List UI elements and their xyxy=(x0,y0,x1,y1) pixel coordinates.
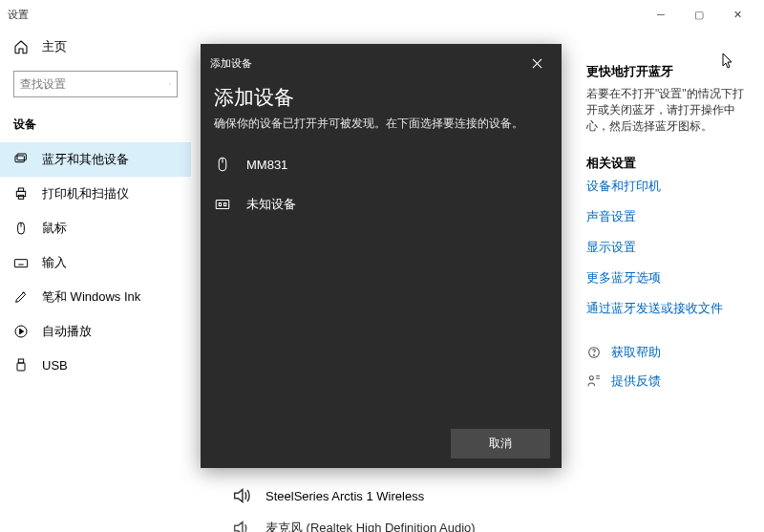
close-window-button[interactable]: ✕ xyxy=(718,0,756,29)
help-label: 获取帮助 xyxy=(611,344,661,361)
keyboard-icon xyxy=(13,255,29,270)
svg-rect-17 xyxy=(18,359,23,363)
mouse-icon xyxy=(13,221,29,236)
printer-icon xyxy=(13,186,29,202)
link-sound[interactable]: 声音设置 xyxy=(586,208,749,225)
bg-device-row[interactable]: SteelSeries Arctis 1 Wireless xyxy=(231,479,476,512)
window-title: 设置 xyxy=(8,8,29,22)
svg-rect-2 xyxy=(15,156,24,162)
home-icon xyxy=(13,39,29,54)
bg-device-label: SteelSeries Arctis 1 Wireless xyxy=(265,489,424,503)
right-column: 更快地打开蓝牙 若要在不打开"设置"的情况下打开或关闭蓝牙，请打开操作中心，然后… xyxy=(586,63,749,401)
feedback-label: 提供反馈 xyxy=(611,372,661,390)
dialog-caption: 添加设备 xyxy=(210,56,521,71)
svg-point-0 xyxy=(169,83,170,84)
bluetooth-devices-icon xyxy=(13,152,29,167)
right-desc: 若要在不打开"设置"的情况下打开或关闭蓝牙，请打开操作中心，然后选择蓝牙图标。 xyxy=(586,86,749,134)
svg-point-20 xyxy=(594,355,595,356)
mouse-icon xyxy=(214,154,231,175)
nav-label: 自动播放 xyxy=(42,323,92,340)
link-send-receive[interactable]: 通过蓝牙发送或接收文件 xyxy=(586,300,749,317)
device-option-unknown[interactable]: 未知设备 xyxy=(201,184,562,224)
svg-rect-9 xyxy=(14,260,27,267)
svg-point-21 xyxy=(589,376,593,380)
close-icon xyxy=(532,58,542,69)
link-display[interactable]: 显示设置 xyxy=(586,239,749,256)
feedback-icon xyxy=(586,373,602,389)
bg-device-label: 麦克风 (Realtek High Definition Audio) xyxy=(265,520,476,532)
device-name: 未知设备 xyxy=(246,196,296,213)
cancel-button[interactable]: 取消 xyxy=(451,429,550,458)
svg-rect-18 xyxy=(17,363,25,371)
svg-marker-16 xyxy=(20,329,24,333)
dialog-close-button[interactable] xyxy=(521,52,552,74)
link-devices-printers[interactable]: 设备和打印机 xyxy=(586,178,749,195)
dialog-title: 添加设备 xyxy=(201,74,562,115)
help-icon xyxy=(586,345,602,360)
search-input[interactable] xyxy=(14,74,169,95)
nav-usb[interactable]: USB xyxy=(0,349,191,381)
nav-label: 输入 xyxy=(42,254,67,271)
svg-rect-5 xyxy=(18,188,23,191)
feedback-link[interactable]: 提供反馈 xyxy=(586,372,749,390)
right-heading-quick: 更快地打开蓝牙 xyxy=(586,63,749,80)
speaker-icon xyxy=(231,485,252,506)
nav-printers[interactable]: 打印机和扫描仪 xyxy=(0,177,191,211)
add-device-dialog: 添加设备 添加设备 确保你的设备已打开并可被发现。在下面选择要连接的设备。 MM… xyxy=(201,44,562,468)
link-more-bluetooth[interactable]: 更多蓝牙选项 xyxy=(586,269,749,287)
svg-rect-27 xyxy=(219,203,221,206)
svg-rect-3 xyxy=(17,154,26,160)
sidebar: 主页 设备 蓝牙和其他设备 打印机和扫描仪 鼠标 输入 笔和 Windows I… xyxy=(0,29,191,532)
nav-autoplay[interactable]: 自动播放 xyxy=(0,314,191,349)
nav-label: 打印机和扫描仪 xyxy=(42,185,129,202)
svg-rect-28 xyxy=(224,203,226,206)
search-icon xyxy=(169,76,171,92)
device-option-mm831[interactable]: MM831 xyxy=(201,144,562,184)
usb-icon xyxy=(13,357,29,372)
nav-mouse[interactable]: 鼠标 xyxy=(0,211,191,245)
speaker-icon xyxy=(231,518,252,532)
nav-typing[interactable]: 输入 xyxy=(0,245,191,280)
section-heading: 设备 xyxy=(0,111,191,142)
pen-icon xyxy=(13,289,29,305)
nav-label: 鼠标 xyxy=(42,220,67,237)
nav-pen[interactable]: 笔和 Windows Ink xyxy=(0,280,191,314)
right-heading-related: 相关设置 xyxy=(586,155,749,172)
home-label: 主页 xyxy=(42,38,67,55)
nav-label: 蓝牙和其他设备 xyxy=(42,151,129,168)
nav-label: USB xyxy=(42,358,68,372)
background-device-list: SteelSeries Arctis 1 Wireless 麦克风 (Realt… xyxy=(231,479,476,532)
device-name: MM831 xyxy=(246,158,287,172)
home-link[interactable]: 主页 xyxy=(0,31,191,63)
search-input-wrap[interactable] xyxy=(13,71,178,97)
maximize-button[interactable]: ▢ xyxy=(680,0,718,29)
svg-rect-4 xyxy=(16,191,25,196)
bg-device-row[interactable]: 麦克风 (Realtek High Definition Audio) xyxy=(231,512,476,532)
nav-label: 笔和 Windows Ink xyxy=(42,288,140,306)
svg-rect-26 xyxy=(216,201,229,209)
nav-bluetooth[interactable]: 蓝牙和其他设备 xyxy=(0,142,191,177)
get-help-link[interactable]: 获取帮助 xyxy=(586,344,749,361)
unknown-device-icon xyxy=(214,194,231,215)
minimize-button[interactable]: ─ xyxy=(642,0,680,29)
svg-rect-6 xyxy=(18,195,23,199)
autoplay-icon xyxy=(13,324,29,339)
dialog-subtitle: 确保你的设备已打开并可被发现。在下面选择要连接的设备。 xyxy=(201,115,562,144)
